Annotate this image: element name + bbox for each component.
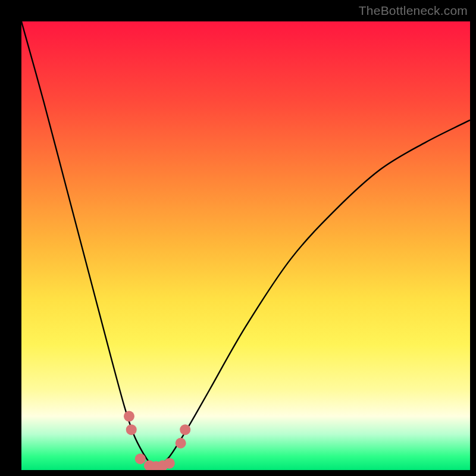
valley-marker [164, 458, 175, 469]
valley-marker [126, 424, 137, 435]
plot-area [21, 21, 470, 470]
valley-marker [180, 424, 190, 435]
curve-svg [21, 21, 470, 470]
valley-markers [124, 411, 190, 470]
bottleneck-curve-line [21, 21, 470, 470]
valley-marker [124, 411, 134, 422]
valley-marker [135, 453, 146, 464]
valley-marker [176, 438, 186, 449]
watermark-text: TheBottleneck.com [359, 4, 468, 18]
chart-frame: TheBottleneck.com [0, 0, 476, 476]
